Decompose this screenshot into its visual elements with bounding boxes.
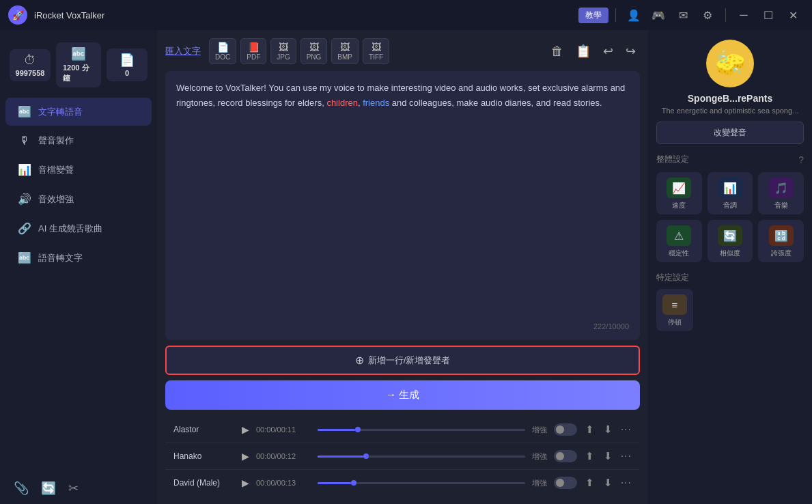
more-icon-2[interactable]: ··· bbox=[621, 477, 632, 489]
mail-icon-btn[interactable]: ✉ bbox=[672, 4, 694, 26]
more-icon-1[interactable]: ··· bbox=[621, 450, 632, 462]
pause-icon: ≡ bbox=[662, 294, 687, 315]
upload-icon-1[interactable]: ⬆ bbox=[584, 450, 596, 462]
right-panel: 🧽 SpongeB...rePants The energetic and op… bbox=[648, 30, 812, 504]
titlebar-divider2 bbox=[725, 8, 726, 22]
speed-label: 速度 bbox=[672, 201, 686, 210]
tension-icon: 🔡 bbox=[769, 225, 794, 246]
settings-icon-btn[interactable]: ⚙ bbox=[697, 4, 718, 26]
audio-play-btn-1[interactable]: ▶ bbox=[242, 451, 249, 462]
table-row: David (Male) ▶ 00:00/00:13 增強 ⬆ ⬇ ··· bbox=[165, 470, 640, 496]
sidebar-item-sound-enhance[interactable]: 🔊 音效增強 bbox=[5, 185, 152, 213]
import-text-btn[interactable]: 匯入文字 bbox=[165, 45, 201, 57]
table-row: Hanako ▶ 00:00/00:12 增強 ⬆ ⬇ ··· bbox=[165, 443, 640, 470]
settings-similarity[interactable]: 🔄 相似度 bbox=[708, 220, 753, 262]
png-btn[interactable]: 🖼 PNG bbox=[300, 38, 328, 64]
pdf-btn[interactable]: 📕 PDF bbox=[240, 38, 266, 64]
cut-icon[interactable]: ✂ bbox=[68, 481, 79, 496]
audio-play-btn-2[interactable]: ▶ bbox=[242, 477, 249, 488]
global-settings-header: 整體設定 ? bbox=[656, 154, 804, 165]
undo-btn[interactable]: ↩ bbox=[599, 41, 617, 61]
download-icon-2[interactable]: ⬇ bbox=[602, 477, 614, 489]
audio-progress-1[interactable] bbox=[318, 456, 525, 458]
settings-tone[interactable]: 📊 音調 bbox=[708, 172, 753, 214]
audio-name-1: Hanako bbox=[173, 451, 235, 461]
delete-btn[interactable]: 🗑 bbox=[547, 42, 568, 61]
repeat-icon[interactable]: 🔄 bbox=[41, 481, 56, 496]
files-icon: 📄 bbox=[120, 53, 135, 68]
bmp-btn[interactable]: 🖼 BMP bbox=[331, 38, 359, 64]
enhance-toggle-2[interactable] bbox=[554, 477, 577, 489]
char-count: 222/10000 bbox=[176, 322, 629, 331]
sidebar-item-sound-production[interactable]: 🎙 聲音製作 bbox=[5, 127, 152, 154]
audio-progress-dot-1 bbox=[363, 453, 369, 459]
speed-icon: 📈 bbox=[667, 178, 691, 198]
stat-files: 📄 0 bbox=[107, 48, 148, 81]
settings-music[interactable]: 🎵 音樂 bbox=[758, 172, 804, 214]
sidebar-item-tts[interactable]: 🔤 文字轉語音 bbox=[5, 98, 152, 126]
add-track-btn[interactable]: 📋 bbox=[572, 41, 595, 61]
doc-btn[interactable]: 📄 DOC bbox=[209, 38, 236, 64]
credits-value: 9997558 bbox=[16, 69, 45, 77]
sidebar-bottom: 📎 🔄 ✂ bbox=[0, 473, 157, 504]
tiff-btn[interactable]: 🖼 TIFF bbox=[363, 38, 389, 64]
upload-icon-2[interactable]: ⬆ bbox=[584, 477, 596, 489]
audio-progress-fill-2 bbox=[318, 482, 351, 484]
user-icon-btn[interactable]: 👤 bbox=[623, 4, 645, 26]
upload-icon-0[interactable]: ⬆ bbox=[584, 423, 596, 436]
settings-speed[interactable]: 📈 速度 bbox=[656, 172, 702, 214]
ai-rap-label: AI 生成饒舌歌曲 bbox=[38, 223, 102, 235]
close-btn[interactable]: ✕ bbox=[782, 4, 804, 26]
table-row: Alastor ▶ 00:00/00:11 增強 ⬆ ⬇ ··· bbox=[165, 417, 640, 443]
bmp-icon: 🖼 bbox=[340, 42, 350, 53]
game-icon-btn[interactable]: 🎮 bbox=[647, 4, 669, 26]
audio-progress-2[interactable] bbox=[318, 482, 525, 484]
settings-grid: 📈 速度 📊 音調 🎵 音樂 ⚠ 穩定性 🔄 相似度 🔡 誇張度 bbox=[656, 172, 804, 262]
sidebar-item-ai-rap[interactable]: 🔗 AI 生成饒舌歌曲 bbox=[5, 214, 152, 242]
audio-play-btn-0[interactable]: ▶ bbox=[242, 424, 249, 435]
special-items: ≡ 停頓 bbox=[656, 289, 804, 331]
content-area: 匯入文字 📄 DOC 📕 PDF 🖼 JPG 🖼 PNG 🖼 BMP bbox=[157, 30, 648, 504]
global-settings-title: 整體設定 bbox=[656, 154, 689, 165]
settings-pause[interactable]: ≡ 停頓 bbox=[656, 289, 693, 331]
help-button[interactable]: 教學 bbox=[578, 8, 608, 23]
special-settings-title: 特定設定 bbox=[656, 272, 804, 283]
global-settings-help-icon[interactable]: ? bbox=[798, 154, 804, 165]
add-line-button[interactable]: ⊕ 新增一行/新增發聲者 bbox=[165, 346, 640, 375]
minutes-icon: 🔤 bbox=[71, 46, 86, 61]
maximize-btn[interactable]: ☐ bbox=[757, 4, 779, 26]
sidebar-item-voice-changer[interactable]: 📊 音檔變聲 bbox=[5, 156, 152, 184]
editor-content[interactable]: Welcome to VoxTalker! You can use my voi… bbox=[176, 81, 629, 317]
enhance-toggle-0[interactable] bbox=[554, 423, 577, 436]
similarity-label: 相似度 bbox=[720, 249, 740, 258]
change-voice-button[interactable]: 改變聲音 bbox=[656, 122, 804, 144]
jpg-btn[interactable]: 🖼 JPG bbox=[270, 38, 296, 64]
generate-button[interactable]: → 生成 bbox=[165, 380, 640, 410]
titlebar: 🚀 iRocket VoxTalker 教學 👤 🎮 ✉ ⚙ ─ ☐ ✕ bbox=[0, 0, 812, 30]
highlight-children: children bbox=[326, 98, 358, 108]
tone-label: 音調 bbox=[723, 201, 737, 210]
download-icon-0[interactable]: ⬇ bbox=[602, 423, 614, 436]
stat-credits: ⏱ 9997558 bbox=[10, 49, 51, 81]
minimize-btn[interactable]: ─ bbox=[733, 4, 755, 26]
stability-label: 穩定性 bbox=[669, 249, 689, 258]
add-line-plus-icon: ⊕ bbox=[355, 354, 364, 367]
download-icon-1[interactable]: ⬇ bbox=[602, 450, 614, 462]
minutes-value: 1200 分鐘 bbox=[63, 63, 94, 83]
settings-tension[interactable]: 🔡 誇張度 bbox=[758, 220, 804, 262]
sidebar-item-speech-to-text[interactable]: 🔤 語音轉文字 bbox=[5, 244, 152, 272]
audio-time-0: 00:00/00:11 bbox=[256, 425, 311, 434]
audio-name-2: David (Male) bbox=[173, 478, 235, 488]
app-title: iRocket VoxTalker bbox=[34, 10, 578, 20]
audio-progress-0[interactable] bbox=[318, 429, 525, 431]
redo-btn[interactable]: ↪ bbox=[621, 41, 640, 61]
enhance-toggle-1[interactable] bbox=[554, 450, 577, 462]
attachment-icon[interactable]: 📎 bbox=[14, 481, 29, 496]
voice-name: SpongeB...rePants bbox=[656, 93, 804, 104]
more-icon-0[interactable]: ··· bbox=[621, 423, 632, 436]
highlight-friends: friends bbox=[363, 98, 389, 108]
enhance-label-0: 增強 bbox=[532, 425, 547, 435]
audio-name-0: Alastor bbox=[173, 425, 235, 434]
titlebar-actions: 教學 👤 🎮 ✉ ⚙ ─ ☐ ✕ bbox=[578, 4, 804, 26]
settings-stability[interactable]: ⚠ 穩定性 bbox=[656, 220, 702, 262]
